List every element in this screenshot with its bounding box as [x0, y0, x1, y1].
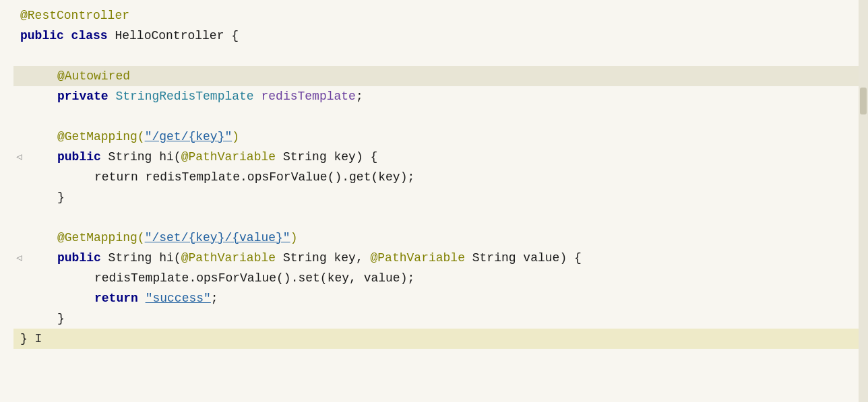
text-cursor: I: [28, 332, 42, 345]
line5-content: private StringRedisTemplate redisTemplat…: [20, 87, 363, 106]
line16-content: }: [20, 309, 65, 329]
code-line-17: } I: [13, 329, 868, 349]
gutter-arrow-1: ◁: [16, 149, 22, 164]
annotation-rest-controller: @RestController: [20, 6, 129, 26]
line8-content: public String hi(@PathVariable String ke…: [20, 147, 377, 167]
line17-content: } I: [20, 329, 42, 349]
code-line-13: ◁ public String hi(@PathVariable String …: [13, 248, 868, 268]
line4-content: @Autowired: [20, 67, 130, 86]
line2-content: public class HelloController {: [20, 26, 239, 46]
line9-content: return redisTemplate.opsForValue().get(k…: [20, 168, 414, 187]
code-editor[interactable]: @RestController public class HelloContro…: [0, 0, 868, 402]
code-line-15: return "success";: [13, 288, 868, 308]
line7-content: @GetMapping("/get/{key}"): [20, 127, 239, 147]
gutter-arrow-2: ◁: [16, 250, 22, 265]
code-lines: @RestController public class HelloContro…: [0, 5, 868, 349]
line10-content: }: [20, 188, 65, 207]
scrollbar[interactable]: [859, 0, 868, 402]
line15-content: return "success";: [20, 289, 218, 308]
code-line-4: @Autowired: [13, 66, 868, 86]
code-line-6: [13, 106, 868, 127]
line14-content: redisTemplate.opsForValue().set(key, val…: [20, 269, 414, 288]
code-line-8: ◁ public String hi(@PathVariable String …: [13, 147, 868, 167]
code-line-10: }: [13, 187, 868, 207]
code-line-3: [13, 46, 868, 66]
code-line-14: redisTemplate.opsForValue().set(key, val…: [13, 268, 868, 288]
code-line-2: public class HelloController {: [13, 26, 868, 46]
code-line-12: @GetMapping("/set/{key}/{value}"): [13, 228, 868, 248]
scrollbar-thumb[interactable]: [860, 88, 867, 114]
code-line-9: return redisTemplate.opsForValue().get(k…: [13, 167, 868, 187]
code-line-7: @GetMapping("/get/{key}"): [13, 127, 868, 147]
line13-content: public String hi(@PathVariable String ke…: [20, 248, 582, 268]
code-line-16: }: [13, 308, 868, 329]
line12-content: @GetMapping("/set/{key}/{value}"): [20, 228, 297, 248]
code-line-11: [13, 207, 868, 228]
code-line-5: private StringRedisTemplate redisTemplat…: [13, 86, 868, 106]
code-line-1: @RestController: [13, 5, 868, 26]
